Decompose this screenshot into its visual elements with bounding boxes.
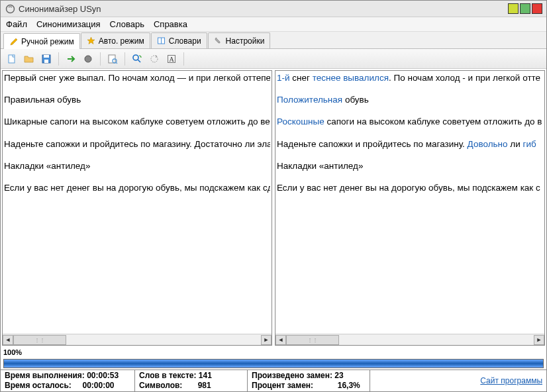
open-file-button[interactable] bbox=[22, 52, 36, 66]
main-area: Первый снег уже выпал. По ночам холод — … bbox=[1, 69, 546, 347]
tab-manual[interactable]: Ручной режим bbox=[3, 33, 80, 49]
app-icon bbox=[5, 3, 15, 14]
tab-dictionaries[interactable]: Словари bbox=[151, 32, 207, 48]
pencil-icon bbox=[9, 37, 19, 46]
scroll-right-button[interactable]: ► bbox=[261, 335, 272, 345]
app-window: Синонимайзер USyn Файл Синонимизация Сло… bbox=[0, 0, 547, 392]
toolbar-separator bbox=[58, 52, 59, 66]
run-button[interactable] bbox=[64, 52, 78, 66]
tab-label: Авто. режим bbox=[99, 36, 144, 46]
tab-label: Настройки bbox=[226, 36, 265, 46]
text-line: Если у вас нет денег вы на дорогую обувь… bbox=[277, 183, 543, 193]
find-replace-button[interactable] bbox=[130, 52, 144, 66]
source-pane: Первый снег уже выпал. По ночам холод — … bbox=[2, 70, 272, 346]
minimize-button[interactable] bbox=[508, 3, 519, 14]
status-time: Время выполнения: 00:00:53 Время осталос… bbox=[1, 370, 135, 391]
text-line: Шикарные сапоги на высоком каблуке совет… bbox=[4, 117, 270, 127]
toolbar-separator bbox=[183, 52, 184, 66]
text-line: Первый снег уже выпал. По ночам холод — … bbox=[4, 73, 270, 83]
titlebar: Синонимайзер USyn bbox=[1, 1, 546, 17]
menu-file[interactable]: Файл bbox=[6, 19, 27, 29]
status-replacements: Произведено замен: 23 Процент замен: 16,… bbox=[248, 370, 370, 391]
scroll-track[interactable]: ⋮⋮ bbox=[286, 335, 534, 345]
synonym: теснее вывалился bbox=[313, 73, 389, 83]
text-line: Правильная обувь bbox=[4, 95, 270, 105]
menubar: Файл Синонимизация Словарь Справка bbox=[1, 17, 546, 32]
svg-point-0 bbox=[6, 5, 14, 13]
menu-help[interactable]: Справка bbox=[154, 19, 187, 29]
text-line: Наденьте сапожки и пройдитесь по магазин… bbox=[277, 139, 543, 150]
tabbar: Ручной режим Авто. режим Словари Настрой… bbox=[1, 32, 546, 49]
scroll-track[interactable]: ⋮⋮ bbox=[13, 335, 261, 345]
menu-dictionary[interactable]: Словарь bbox=[110, 19, 144, 29]
horizontal-scrollbar[interactable]: ◄ ⋮⋮ ► bbox=[275, 334, 544, 345]
toolbar-separator bbox=[124, 52, 125, 66]
svg-rect-6 bbox=[44, 60, 48, 63]
maximize-button[interactable] bbox=[520, 3, 530, 14]
svg-line-10 bbox=[116, 62, 117, 64]
font-button[interactable]: A bbox=[164, 52, 179, 66]
progress-bar bbox=[3, 359, 544, 368]
scroll-right-button[interactable]: ► bbox=[534, 335, 544, 345]
new-file-button[interactable] bbox=[5, 52, 19, 66]
statusbar: Время выполнения: 00:00:53 Время осталос… bbox=[1, 369, 546, 391]
synonym: 1-й bbox=[277, 73, 290, 83]
tab-label: Ручной режим bbox=[21, 37, 74, 46]
text-line: 1-й снег теснее вывалился. По ночам холо… bbox=[277, 73, 543, 83]
synonym: Довольно bbox=[468, 139, 508, 149]
status-link: Сайт программы bbox=[370, 370, 546, 391]
source-text[interactable]: Первый снег уже выпал. По ночам холод — … bbox=[3, 71, 272, 334]
text-line: Накладки «антилед» bbox=[277, 161, 543, 172]
window-title: Синонимайзер USyn bbox=[19, 4, 507, 14]
svg-rect-3 bbox=[9, 55, 15, 63]
progress-label: 100% bbox=[1, 347, 546, 358]
svg-point-7 bbox=[85, 56, 91, 62]
scroll-left-button[interactable]: ◄ bbox=[275, 335, 286, 345]
toolbar: A bbox=[1, 49, 546, 69]
star-icon bbox=[87, 36, 96, 46]
status-words: Слов в тексте: 141 Символов: 981 bbox=[135, 370, 248, 391]
tab-auto[interactable]: Авто. режим bbox=[81, 32, 150, 48]
result-pane: 1-й снег теснее вывалился. По ночам холо… bbox=[275, 70, 545, 346]
svg-rect-5 bbox=[44, 55, 49, 58]
book-icon bbox=[157, 36, 166, 46]
text-line: Если у вас нет денег вы на дорогую обувь… bbox=[4, 183, 270, 193]
text-line: Роскошные сапоги на высоком каблуке сове… bbox=[277, 117, 543, 127]
wrench-icon bbox=[214, 36, 223, 46]
text-line: Наденьте сапожки и пройдитесь по магазин… bbox=[4, 139, 270, 150]
tab-settings[interactable]: Настройки bbox=[208, 32, 271, 48]
menu-synonymize[interactable]: Синонимизация bbox=[36, 19, 101, 29]
svg-point-11 bbox=[133, 55, 138, 60]
toolbar-separator bbox=[100, 52, 101, 66]
text-line: Положительная обувь bbox=[277, 95, 543, 105]
preview-button[interactable] bbox=[105, 52, 120, 66]
synonym: Положительная bbox=[277, 95, 342, 105]
scroll-thumb[interactable]: ⋮⋮ bbox=[13, 335, 66, 345]
progress-bar-wrap bbox=[1, 358, 546, 369]
svg-line-12 bbox=[138, 60, 140, 62]
scroll-thumb[interactable]: ⋮⋮ bbox=[286, 335, 339, 345]
horizontal-scrollbar[interactable]: ◄ ⋮⋮ ► bbox=[3, 334, 272, 345]
scroll-left-button[interactable]: ◄ bbox=[3, 335, 13, 345]
synonym: Роскошные bbox=[277, 117, 324, 126]
tab-label: Словари bbox=[169, 36, 201, 46]
result-text[interactable]: 1-й снег теснее вывалился. По ночам холо… bbox=[275, 71, 544, 334]
site-link[interactable]: Сайт программы bbox=[480, 376, 542, 386]
svg-text:A: A bbox=[169, 56, 174, 63]
save-button[interactable] bbox=[39, 52, 54, 66]
text-line: Накладки «антилед» bbox=[4, 161, 270, 172]
synonym: гиб bbox=[522, 139, 536, 149]
close-button[interactable] bbox=[532, 3, 542, 14]
stop-button[interactable] bbox=[81, 52, 95, 66]
cycle-button[interactable] bbox=[147, 52, 162, 66]
